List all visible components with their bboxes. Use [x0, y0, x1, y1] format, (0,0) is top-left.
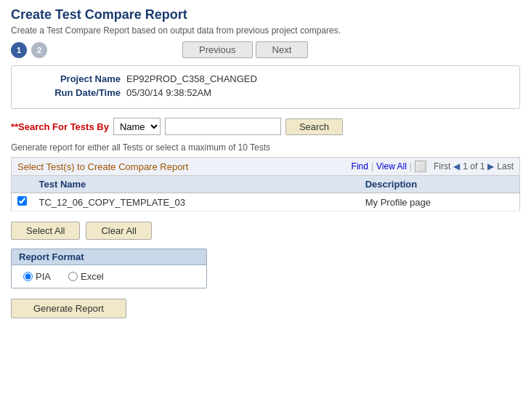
grid-nav: Find | View All | ⬜ First ◀ 1 of 1 ▶ Las…: [352, 161, 514, 172]
col-checkbox: [12, 176, 33, 193]
run-datetime-value: 05/30/14 9:38:52AM: [126, 87, 211, 98]
previous-button[interactable]: Previous: [182, 41, 253, 58]
radio-pia[interactable]: [23, 272, 33, 281]
wizard-step-2: 2: [31, 42, 47, 58]
run-datetime-label: Run Date/Time: [26, 87, 121, 98]
col-test-name: Test Name: [33, 176, 360, 193]
project-name-value: EP92PROD_C358_CHANGED: [126, 73, 257, 84]
page-subtitle: Create a Test Compare Report based on ou…: [11, 25, 520, 36]
max-note: Generate report for either all Tests or …: [11, 142, 520, 153]
view-all-link[interactable]: View All: [376, 161, 407, 171]
project-name-row: Project Name EP92PROD_C358_CHANGED: [26, 73, 505, 84]
wizard-step-1: 1: [11, 42, 27, 58]
row-test-name: TC_12_06_COPY_TEMPLATE_03: [33, 193, 360, 211]
row-checkbox-cell: [12, 193, 33, 211]
row-checkbox[interactable]: [17, 196, 27, 206]
grid-column-headers: Test Name Description: [12, 176, 520, 193]
radio-excel[interactable]: [68, 272, 78, 281]
table-row: TC_12_06_COPY_TEMPLATE_03 My Profile pag…: [12, 193, 520, 211]
find-link[interactable]: Find: [352, 161, 368, 171]
next-page-icon[interactable]: ▶: [487, 161, 494, 171]
search-input[interactable]: [165, 118, 281, 135]
search-section: **Search For Tests By Name Search: [11, 118, 520, 135]
radio-excel-text: Excel: [81, 271, 104, 282]
select-all-button[interactable]: Select All: [11, 222, 80, 240]
report-format-box: Report Format PIA Excel: [11, 249, 207, 288]
search-button[interactable]: Search: [285, 118, 343, 135]
last-label[interactable]: Last: [497, 161, 514, 171]
report-format-body: PIA Excel: [12, 265, 206, 288]
action-buttons: Select All Clear All: [11, 222, 520, 240]
grid-table: Test Name Description TC_12_06_COPY_TEMP…: [11, 175, 520, 211]
page-title: Create Test Compare Report: [11, 7, 520, 23]
report-format-title: Report Format: [12, 249, 206, 265]
nav-buttons: Previous Next: [182, 41, 308, 58]
grid-header: Select Test(s) to Create Compare Report …: [11, 157, 520, 175]
project-name-label: Project Name: [26, 73, 121, 84]
radio-excel-label[interactable]: Excel: [68, 271, 104, 282]
page-info: 1 of 1: [463, 161, 485, 171]
radio-pia-label[interactable]: PIA: [23, 271, 51, 282]
row-description: My Profile page: [360, 193, 520, 211]
search-by-select[interactable]: Name: [113, 118, 161, 135]
radio-pia-text: PIA: [36, 271, 51, 282]
col-description: Description: [360, 176, 520, 193]
clear-all-button[interactable]: Clear All: [86, 222, 151, 240]
wizard-nav: 1 2 Previous Next: [11, 41, 520, 58]
next-button[interactable]: Next: [256, 41, 309, 58]
prev-page-icon[interactable]: ◀: [453, 161, 460, 171]
run-datetime-row: Run Date/Time 05/30/14 9:38:52AM: [26, 87, 505, 98]
search-label: **Search For Tests By: [11, 121, 109, 132]
first-label[interactable]: First: [434, 161, 450, 171]
grid-title: Select Test(s) to Create Compare Report: [17, 161, 188, 172]
export-icon[interactable]: ⬜: [415, 161, 426, 172]
generate-report-button[interactable]: Generate Report: [11, 299, 126, 318]
project-info-box: Project Name EP92PROD_C358_CHANGED Run D…: [11, 65, 520, 109]
